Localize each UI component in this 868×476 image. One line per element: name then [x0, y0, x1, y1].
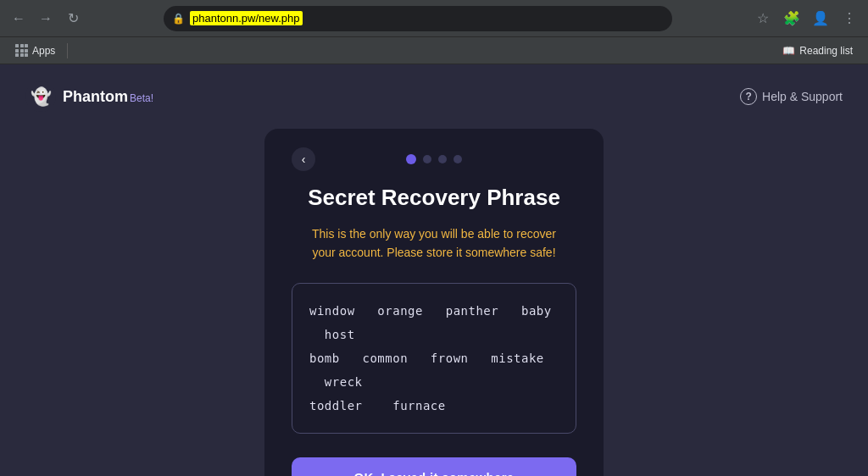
phantom-name: PhantomBeta!	[63, 88, 153, 106]
ghost-emoji: 👻	[31, 86, 52, 107]
address-bar-container: 🔒 phantonn.pw/new.php	[90, 6, 746, 31]
browser-frame: ← → ↻ 🔒 phantonn.pw/new.php ☆ 🧩 👤 ⋮ Apps	[0, 0, 868, 476]
nav-buttons: ← → ↻	[7, 7, 85, 30]
ok-saved-button[interactable]: OK, I saved it somewhere	[292, 457, 576, 476]
reload-button[interactable]: ↻	[61, 7, 85, 30]
star-button[interactable]: ☆	[751, 7, 775, 30]
address-bar[interactable]: 🔒 phantonn.pw/new.php	[164, 6, 672, 31]
toolbar-actions: ☆ 🧩 👤 ⋮	[751, 7, 861, 30]
card-warning-text: This is the only way you will be able to…	[312, 224, 556, 263]
recovery-phrase-card: ‹ Secret Recovery Phrase This is the onl…	[264, 129, 604, 476]
help-support-button[interactable]: ? Help & Support	[740, 88, 843, 105]
extensions-button[interactable]: 🧩	[780, 7, 804, 30]
help-support-label: Help & Support	[762, 90, 843, 103]
seed-phrase-text: window orange panther baby host bomb com…	[309, 299, 559, 418]
seed-phrase-box: window orange panther baby host bomb com…	[292, 283, 576, 434]
dot-3	[438, 155, 447, 163]
phantom-name-text: Phantom	[63, 88, 128, 105]
phantom-ghost-icon: 👻	[25, 81, 56, 112]
reading-list-label: Reading list	[799, 45, 853, 57]
dot-1	[406, 154, 416, 164]
apps-grid-icon	[15, 44, 28, 57]
browser-toolbar: ← → ↻ 🔒 phantonn.pw/new.php ☆ 🧩 👤 ⋮	[0, 0, 868, 37]
back-button[interactable]: ←	[7, 7, 31, 30]
menu-button[interactable]: ⋮	[837, 7, 861, 30]
profile-button[interactable]: 👤	[809, 7, 832, 30]
apps-button[interactable]: Apps	[10, 42, 60, 59]
dot-4	[453, 155, 462, 163]
dot-2	[423, 155, 431, 163]
lock-icon: 🔒	[172, 13, 185, 25]
help-icon: ?	[740, 88, 757, 105]
bookmarks-divider	[67, 43, 68, 58]
page-content: 👻 PhantomBeta! ? Help & Support ‹	[0, 64, 868, 476]
card-back-button[interactable]: ‹	[292, 147, 315, 171]
reading-list-icon: 📖	[782, 45, 795, 57]
phantom-beta-badge: Beta!	[130, 92, 153, 104]
phantom-topbar: 👻 PhantomBeta! ? Help & Support	[0, 64, 868, 129]
dots-navigation: ‹	[292, 154, 576, 164]
url-text: phantonn.pw/new.php	[190, 11, 303, 25]
reading-list-button[interactable]: 📖 Reading list	[777, 42, 858, 59]
forward-button[interactable]: →	[34, 7, 58, 30]
bookmarks-bar: Apps 📖 Reading list	[0, 37, 868, 64]
phantom-logo: 👻 PhantomBeta!	[25, 81, 153, 112]
card-title: Secret Recovery Phrase	[308, 185, 560, 211]
apps-label: Apps	[32, 45, 55, 57]
